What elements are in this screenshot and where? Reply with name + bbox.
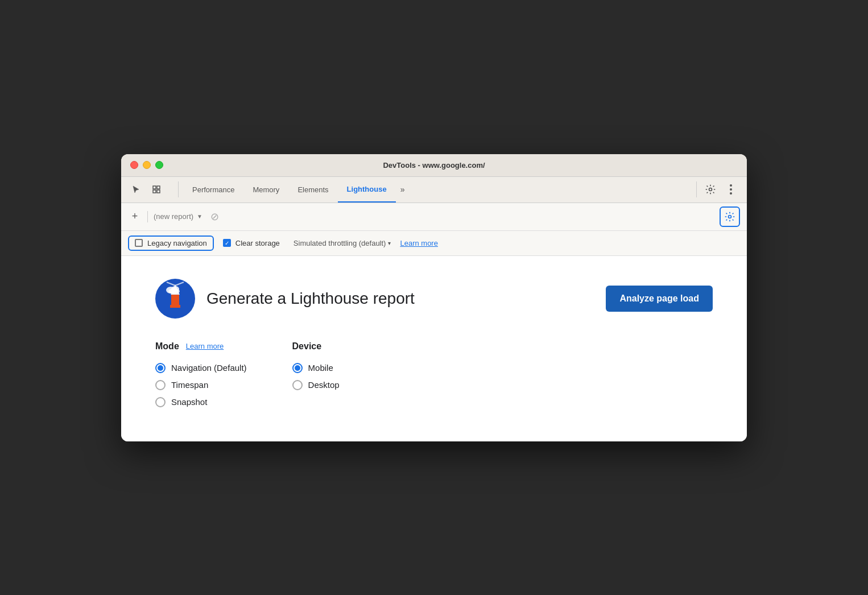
- header-row: Generate a Lighthouse report Analyze pag…: [155, 279, 713, 319]
- mode-navigation-radio[interactable]: [155, 363, 166, 373]
- title-bar: DevTools - www.google.com/: [121, 154, 747, 177]
- report-selector[interactable]: (new report) ▼: [154, 212, 202, 221]
- tab-right-icons: [701, 180, 740, 199]
- header-left: Generate a Lighthouse report: [155, 279, 415, 319]
- tab-bar-icons: [128, 181, 164, 197]
- throttling-learn-more-link[interactable]: Learn more: [400, 239, 437, 247]
- tab-divider: [178, 181, 179, 197]
- mode-snapshot-label: Snapshot: [171, 397, 207, 407]
- inspect-icon[interactable]: [148, 181, 164, 197]
- report-label: (new report): [154, 212, 193, 221]
- legacy-navigation-label: Legacy navigation: [147, 239, 207, 247]
- svg-rect-1: [157, 186, 160, 189]
- tab-memory[interactable]: Memory: [243, 177, 288, 203]
- throttling-label: Simulated throttling (default): [294, 239, 386, 247]
- secondary-divider: [147, 211, 148, 222]
- tab-list: Performance Memory Elements Lighthouse »: [183, 177, 692, 203]
- mode-group: Mode Learn more Navigation (Default) Tim…: [155, 341, 247, 407]
- close-button[interactable]: [130, 161, 138, 169]
- clear-storage-group: ✓ Clear storage: [223, 239, 280, 247]
- analyze-page-load-button[interactable]: Analyze page load: [606, 286, 713, 312]
- svg-rect-2: [153, 190, 156, 193]
- device-mobile-option[interactable]: Mobile: [292, 363, 340, 373]
- devtools-window: DevTools - www.google.com/ Performance: [121, 154, 747, 441]
- mode-timespan-label: Timespan: [171, 380, 208, 390]
- device-group: Device Mobile Desktop: [292, 341, 340, 407]
- settings-gear-button[interactable]: [720, 206, 740, 227]
- tab-lighthouse[interactable]: Lighthouse: [338, 177, 396, 203]
- mode-navigation-label: Navigation (Default): [171, 363, 247, 373]
- device-header: Device: [292, 341, 340, 352]
- svg-point-8: [729, 215, 731, 218]
- throttling-group: Simulated throttling (default) ▾: [294, 239, 391, 247]
- legacy-navigation-group: Legacy navigation: [128, 235, 214, 251]
- mode-navigation-option[interactable]: Navigation (Default): [155, 363, 247, 373]
- device-mobile-radio[interactable]: [292, 363, 303, 373]
- tab-right-divider: [696, 181, 697, 197]
- mode-timespan-option[interactable]: Timespan: [155, 380, 247, 390]
- tab-bar: Performance Memory Elements Lighthouse »: [121, 177, 747, 203]
- svg-point-6: [730, 188, 732, 191]
- svg-rect-3: [157, 190, 160, 193]
- mode-header: Mode Learn more: [155, 341, 247, 352]
- window-title: DevTools - www.google.com/: [383, 161, 485, 170]
- secondary-toolbar: + (new report) ▼ ⊘: [121, 203, 747, 231]
- settings-icon[interactable]: [701, 180, 720, 199]
- block-icon: ⊘: [210, 210, 219, 223]
- cursor-icon[interactable]: [128, 181, 144, 197]
- svg-point-7: [730, 192, 732, 195]
- lighthouse-logo: [155, 279, 195, 319]
- mode-title: Mode: [155, 341, 179, 352]
- options-bar: Legacy navigation ✓ Clear storage Simula…: [121, 231, 747, 256]
- device-title: Device: [292, 341, 322, 352]
- tab-more-button[interactable]: »: [396, 185, 410, 194]
- svg-rect-12: [170, 305, 180, 308]
- legacy-navigation-checkbox[interactable]: [135, 239, 143, 247]
- mode-snapshot-option[interactable]: Snapshot: [155, 397, 247, 407]
- svg-point-5: [730, 184, 732, 187]
- throttling-dropdown-arrow[interactable]: ▾: [388, 240, 391, 246]
- more-options-icon[interactable]: [722, 180, 740, 199]
- tab-performance[interactable]: Performance: [183, 177, 243, 203]
- device-desktop-radio[interactable]: [292, 380, 303, 390]
- main-content: Generate a Lighthouse report Analyze pag…: [121, 256, 747, 441]
- device-desktop-option[interactable]: Desktop: [292, 380, 340, 390]
- maximize-button[interactable]: [155, 161, 163, 169]
- report-dropdown-arrow: ▼: [197, 213, 202, 220]
- mode-learn-more-link[interactable]: Learn more: [186, 342, 224, 350]
- svg-rect-0: [153, 186, 156, 189]
- clear-storage-label: Clear storage: [235, 239, 280, 247]
- traffic-lights: [130, 161, 163, 169]
- svg-point-17: [168, 288, 180, 294]
- header-title: Generate a Lighthouse report: [206, 290, 415, 308]
- mode-timespan-radio[interactable]: [155, 380, 166, 390]
- clear-storage-checkbox[interactable]: ✓: [223, 239, 231, 247]
- device-mobile-label: Mobile: [308, 363, 333, 373]
- svg-point-4: [709, 188, 712, 191]
- minimize-button[interactable]: [143, 161, 151, 169]
- options-section: Mode Learn more Navigation (Default) Tim…: [155, 341, 713, 407]
- mode-snapshot-radio[interactable]: [155, 397, 166, 407]
- device-desktop-label: Desktop: [308, 380, 340, 390]
- add-report-button[interactable]: +: [128, 210, 142, 222]
- svg-rect-11: [171, 295, 179, 305]
- tab-elements[interactable]: Elements: [288, 177, 337, 203]
